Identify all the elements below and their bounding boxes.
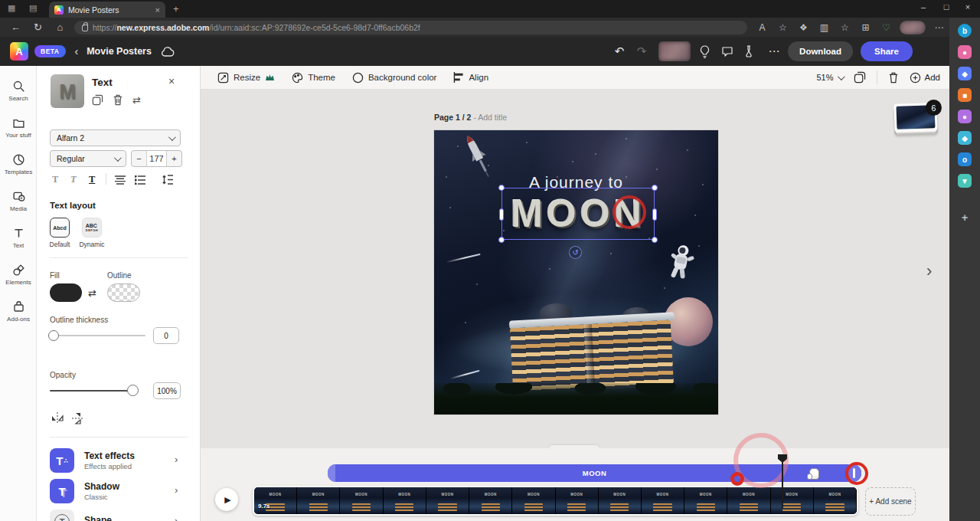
- font-size-increase[interactable]: +: [166, 151, 181, 166]
- opacity-slider[interactable]: [50, 390, 132, 392]
- download-button[interactable]: Download: [788, 41, 853, 61]
- list-icon[interactable]: [135, 175, 145, 185]
- beaker-icon[interactable]: [743, 45, 760, 57]
- bold-icon[interactable]: T: [52, 174, 58, 185]
- filmstrip-thumbnail[interactable]: MOON: [254, 487, 297, 514]
- browser-tab[interactable]: A Movie Posters ×: [49, 2, 165, 18]
- filmstrip-thumbnail[interactable]: MOON: [642, 487, 684, 514]
- filmstrip-thumbnail[interactable]: MOON: [556, 487, 599, 514]
- redo-icon[interactable]: ↷: [633, 44, 650, 58]
- maximize-button[interactable]: □: [936, 2, 957, 11]
- sidebar-item-text[interactable]: Text: [0, 221, 37, 254]
- panel-close-icon[interactable]: ×: [168, 75, 175, 87]
- workspaces-icon[interactable]: ▦: [8, 3, 15, 13]
- sidebar-item-templates[interactable]: Templates: [0, 147, 37, 181]
- filmstrip-thumbnail[interactable]: MOON: [340, 487, 383, 514]
- playhead-line[interactable]: [782, 461, 783, 508]
- minimize-button[interactable]: –: [913, 2, 934, 11]
- theme-button[interactable]: Theme: [292, 72, 335, 84]
- align-button[interactable]: Align: [453, 72, 488, 83]
- close-button[interactable]: ×: [957, 2, 978, 11]
- shopping-tag-icon[interactable]: ◆: [958, 67, 972, 80]
- tab-close-icon[interactable]: ×: [155, 5, 160, 15]
- font-family-select[interactable]: Alfarn 2: [50, 129, 181, 146]
- clip-trim-handle-left[interactable]: [328, 464, 335, 482]
- people-icon[interactable]: ●: [958, 110, 972, 123]
- filmstrip-thumbnail[interactable]: MOON: [384, 487, 426, 514]
- delete-page-icon[interactable]: [888, 72, 899, 84]
- document-title[interactable]: Movie Posters: [87, 46, 152, 57]
- text-effects-title[interactable]: Text effects: [84, 451, 135, 461]
- filmstrip-thumbnail[interactable]: MOON: [426, 487, 469, 514]
- filmstrip-thumbnail[interactable]: MOON: [814, 487, 857, 514]
- new-tab-button[interactable]: +: [173, 3, 179, 15]
- background-color-button[interactable]: Background color: [352, 72, 437, 84]
- tab-actions-icon[interactable]: ▤: [29, 3, 37, 13]
- delete-icon[interactable]: [113, 94, 123, 106]
- split-screen-icon[interactable]: ▥: [814, 22, 835, 33]
- resize-button[interactable]: Resize: [217, 72, 275, 84]
- sidebar-item-media[interactable]: Media: [0, 184, 37, 218]
- outline-thickness-value[interactable]: 0: [153, 327, 179, 344]
- font-size-decrease[interactable]: −: [132, 151, 147, 166]
- filmstrip-thumbnail[interactable]: MOON: [512, 487, 555, 514]
- shape-chevron-icon[interactable]: ›: [175, 515, 178, 521]
- designer-icon[interactable]: ◆: [958, 131, 972, 145]
- sidebar-item-search[interactable]: Search: [0, 74, 37, 107]
- briefcase-icon[interactable]: ■: [958, 88, 972, 102]
- drop-icon[interactable]: ▼: [958, 174, 972, 188]
- undo-icon[interactable]: ↶: [611, 44, 628, 58]
- refresh-icon[interactable]: ↻: [27, 21, 49, 33]
- browser-menu-icon[interactable]: ⋯: [929, 22, 949, 33]
- font-weight-select[interactable]: Regular: [50, 150, 126, 167]
- filmstrip-thumbnail[interactable]: MOON: [684, 487, 727, 514]
- selection-handle[interactable]: [498, 185, 505, 191]
- lightbulb-icon[interactable]: [699, 45, 716, 58]
- share-button[interactable]: Share: [861, 41, 913, 61]
- swap-fill-outline-icon[interactable]: ⇄: [88, 287, 96, 299]
- poster-page[interactable]: A journey to MOON: [434, 130, 718, 415]
- rotate-handle[interactable]: ↺: [569, 246, 582, 259]
- text-effects-chevron-icon[interactable]: ›: [175, 454, 178, 465]
- selection-handle[interactable]: [652, 237, 658, 243]
- favorite-icon[interactable]: ☆: [773, 22, 793, 33]
- back-icon[interactable]: ←: [5, 21, 27, 33]
- shape-title[interactable]: Shape: [84, 515, 112, 521]
- font-size-value[interactable]: 177: [147, 151, 166, 166]
- next-page-arrow[interactable]: ›: [926, 261, 932, 281]
- outline-thickness-slider[interactable]: [50, 335, 145, 336]
- bing-icon[interactable]: b: [958, 24, 972, 38]
- filmstrip-thumbnail[interactable]: MOON: [469, 487, 512, 514]
- sidebar-item-elements[interactable]: Elements: [0, 257, 37, 291]
- read-aloud-icon[interactable]: A: [752, 22, 773, 33]
- shadow-chevron-icon[interactable]: ›: [175, 484, 178, 496]
- adobe-express-logo[interactable]: A: [10, 42, 28, 61]
- zoom-control[interactable]: 51%: [817, 73, 843, 82]
- play-button[interactable]: ▶: [215, 488, 238, 511]
- layout-default-option[interactable]: Abcd: [50, 218, 70, 238]
- flip-vertical-icon[interactable]: [72, 412, 83, 424]
- account-avatar[interactable]: [658, 41, 691, 61]
- comment-icon[interactable]: [721, 46, 738, 57]
- back-to-home-icon[interactable]: ‹: [75, 45, 79, 57]
- more-options-icon[interactable]: ⋯: [766, 44, 782, 58]
- sidebar-item-your-stuff[interactable]: Your stuff: [0, 110, 37, 144]
- add-page-button[interactable]: Add: [910, 72, 940, 84]
- extensions-icon[interactable]: ❖: [793, 22, 814, 33]
- opacity-value[interactable]: 100%: [153, 382, 181, 399]
- filmstrip-thumbnail[interactable]: MOON: [727, 487, 770, 514]
- selection-handle[interactable]: [499, 208, 504, 221]
- filmstrip-thumbnail[interactable]: MOON: [771, 487, 814, 514]
- search-icon[interactable]: ●: [958, 45, 972, 59]
- browser-profile-avatar[interactable]: [900, 21, 926, 34]
- selection-handle[interactable]: [498, 237, 505, 243]
- filmstrip-thumbnail[interactable]: MOON: [297, 487, 340, 514]
- add-sidebar-icon[interactable]: +: [958, 211, 972, 224]
- add-scene-button[interactable]: + Add scene: [865, 487, 916, 516]
- duplicate-page-icon[interactable]: [854, 71, 866, 84]
- outline-thickness-knob[interactable]: [48, 330, 59, 341]
- swap-icon[interactable]: ⇄: [132, 94, 141, 106]
- text-align-icon[interactable]: [115, 175, 126, 185]
- opacity-knob[interactable]: [127, 385, 139, 396]
- filmstrip-thumbnail[interactable]: MOON: [599, 487, 642, 514]
